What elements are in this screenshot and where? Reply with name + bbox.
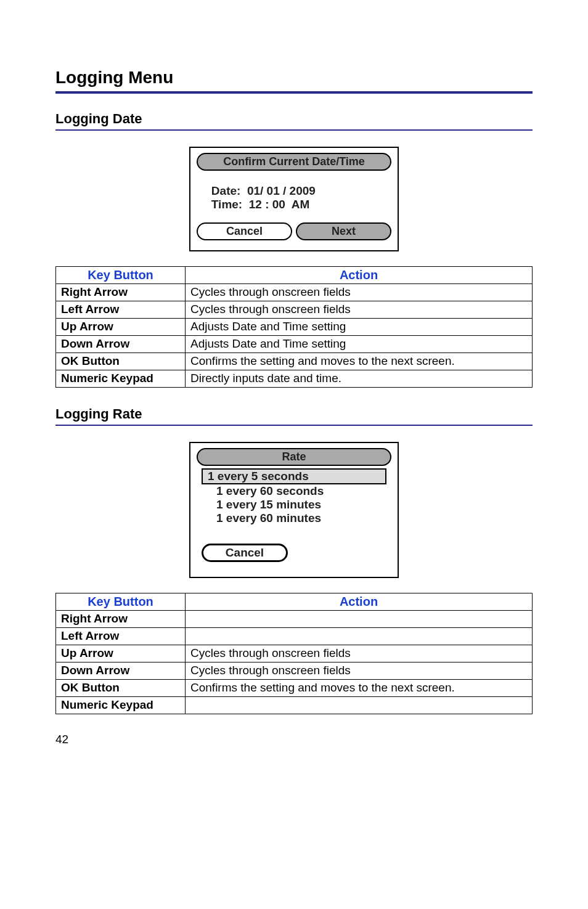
- table-row: Right ArrowCycles through onscreen field…: [56, 284, 533, 301]
- next-button[interactable]: Next: [296, 222, 391, 240]
- table-header-action: Action: [186, 267, 533, 284]
- logging-date-heading: Logging Date: [55, 111, 533, 127]
- section-title: Logging Menu: [55, 68, 533, 88]
- table-row: Up ArrowCycles through onscreen fields: [56, 645, 533, 662]
- rate-option[interactable]: 1 every 15 minutes: [202, 498, 386, 512]
- rate-option-selected[interactable]: 1 every 5 seconds: [202, 468, 386, 484]
- table-header-action: Action: [186, 593, 533, 611]
- table-row: Down ArrowAdjusts Date and Time setting: [56, 336, 533, 353]
- table-row: Up ArrowAdjusts Date and Time setting: [56, 319, 533, 336]
- table-row: Numeric Keypad: [56, 697, 533, 714]
- table-row: Left Arrow: [56, 628, 533, 645]
- rate-panel-title: Rate: [197, 448, 391, 466]
- table-row: Down ArrowCycles through onscreen fields: [56, 662, 533, 680]
- logging-date-table: Key Button Action Right ArrowCycles thro…: [55, 266, 533, 388]
- confirm-datetime-panel: Confirm Current Date/Time Date: 01/ 01 /…: [189, 147, 399, 251]
- cancel-button[interactable]: Cancel: [197, 222, 292, 240]
- logging-date-rule: [55, 129, 533, 131]
- rate-cancel-button[interactable]: Cancel: [202, 544, 288, 562]
- table-row: OK ButtonConfirms the setting and moves …: [56, 680, 533, 697]
- table-row: Numeric KeypadDirectly inputs date and t…: [56, 370, 533, 388]
- logging-rate-rule: [55, 425, 533, 426]
- rate-option[interactable]: 1 every 60 seconds: [202, 484, 386, 498]
- time-row: Time: 12 : 00 AM: [202, 198, 386, 211]
- rate-option[interactable]: 1 every 60 minutes: [202, 512, 386, 525]
- rate-panel: Rate 1 every 5 seconds 1 every 60 second…: [189, 442, 399, 578]
- page-number: 42: [55, 733, 533, 746]
- panel-title: Confirm Current Date/Time: [197, 153, 391, 171]
- table-row: Right Arrow: [56, 611, 533, 628]
- logging-rate-table: Key Button Action Right Arrow Left Arrow…: [55, 593, 533, 714]
- date-row: Date: 01/ 01 / 2009: [202, 184, 386, 198]
- table-header-key: Key Button: [56, 593, 186, 611]
- table-header-key: Key Button: [56, 267, 186, 284]
- section-rule: [55, 91, 533, 94]
- table-row: Left ArrowCycles through onscreen fields: [56, 301, 533, 319]
- logging-rate-heading: Logging Rate: [55, 406, 533, 422]
- table-row: OK ButtonConfirms the setting and moves …: [56, 353, 533, 370]
